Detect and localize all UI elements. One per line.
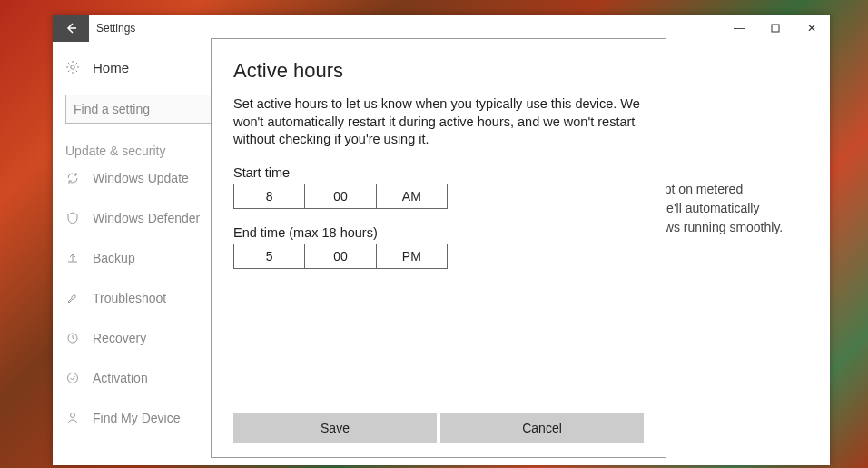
- dialog-description: Set active hours to let us know when you…: [233, 95, 644, 149]
- gear-icon: [65, 60, 80, 75]
- cancel-button[interactable]: Cancel: [440, 413, 644, 443]
- svg-point-4: [71, 413, 75, 418]
- close-button[interactable]: ✕: [794, 15, 830, 42]
- sidebar-item-label: Windows Update: [93, 171, 189, 185]
- sync-icon: [65, 171, 80, 185]
- minimize-button[interactable]: —: [721, 15, 757, 42]
- search-input[interactable]: Find a setting: [65, 95, 212, 124]
- maximize-button[interactable]: [757, 15, 794, 42]
- start-time-label: Start time: [233, 165, 644, 180]
- dialog-buttons: Save Cancel: [233, 413, 644, 443]
- home-label: Home: [93, 60, 129, 75]
- bg-line: we'll automatically: [657, 199, 783, 218]
- person-icon: [65, 411, 80, 425]
- svg-point-3: [68, 373, 78, 383]
- backup-icon: [65, 251, 80, 265]
- dialog-title: Active hours: [233, 59, 644, 83]
- dialog-body: Active hours Set active hours to let us …: [212, 39, 666, 408]
- recovery-icon: [65, 331, 80, 345]
- sidebar-item-label: Activation: [93, 371, 148, 385]
- arrow-left-icon: [64, 21, 78, 35]
- sidebar-item-label: Windows Defender: [93, 211, 200, 225]
- background-text: ept on metered we'll automatically ows r…: [657, 180, 783, 237]
- save-button[interactable]: Save: [233, 413, 437, 443]
- active-hours-dialog: Active hours Set active hours to let us …: [211, 38, 666, 458]
- activation-icon: [65, 371, 80, 385]
- sidebar-item-label: Backup: [93, 251, 135, 265]
- end-time-label: End time (max 18 hours): [233, 225, 644, 240]
- window-controls: — ✕: [721, 15, 830, 42]
- svg-rect-0: [772, 25, 779, 32]
- end-hour-cell[interactable]: 5: [234, 244, 305, 268]
- back-button[interactable]: [53, 15, 89, 42]
- end-ampm-cell[interactable]: PM: [377, 244, 447, 268]
- sidebar-item-label: Troubleshoot: [93, 291, 166, 305]
- search-placeholder: Find a setting: [74, 102, 150, 116]
- end-minute-cell[interactable]: 00: [305, 244, 376, 268]
- end-time-picker[interactable]: 5 00 PM: [233, 244, 448, 269]
- bg-line: ept on metered: [657, 180, 783, 199]
- sidebar-item-label: Recovery: [93, 331, 146, 345]
- bg-line: ows running smoothly.: [657, 218, 783, 237]
- start-ampm-cell[interactable]: AM: [377, 184, 447, 208]
- start-minute-cell[interactable]: 00: [305, 184, 376, 208]
- window-title: Settings: [96, 22, 135, 35]
- wrench-icon: [65, 291, 80, 305]
- start-hour-cell[interactable]: 8: [234, 184, 305, 208]
- start-time-picker[interactable]: 8 00 AM: [233, 184, 448, 209]
- minimize-icon: —: [734, 22, 745, 35]
- sidebar-item-label: Find My Device: [93, 411, 180, 425]
- maximize-icon: [771, 24, 780, 33]
- svg-point-1: [71, 65, 74, 69]
- close-icon: ✕: [807, 22, 816, 35]
- shield-icon: [65, 211, 80, 225]
